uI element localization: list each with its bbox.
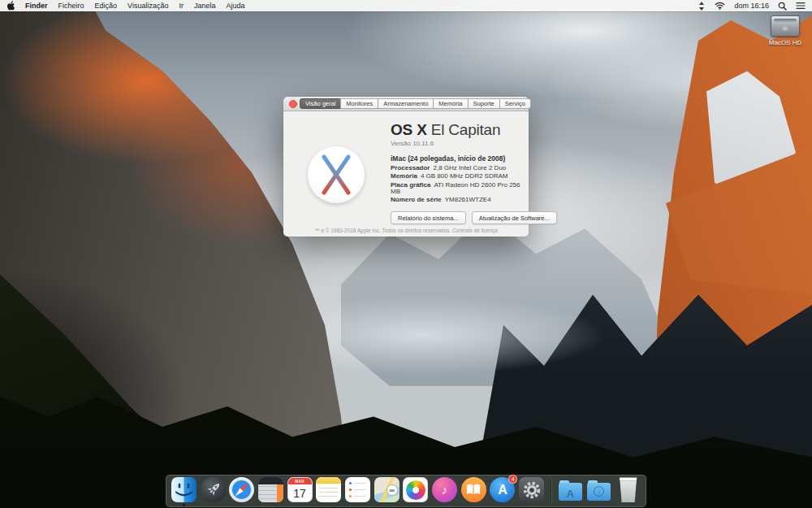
menu-app-name[interactable]: Finder [25, 2, 48, 10]
spec-serial: Número de sérieYM8261WTZE4 [391, 197, 520, 203]
dock-photos[interactable] [403, 475, 430, 507]
updown-arrows-icon[interactable] [698, 2, 706, 11]
notification-center-icon[interactable] [796, 2, 806, 10]
dock-maps[interactable]: 280 [374, 475, 400, 507]
reminders-icon [345, 477, 370, 502]
dock-safari[interactable] [228, 475, 255, 507]
menu-clock[interactable]: dom 16:16 [734, 2, 769, 10]
app-store-badge: 4 [508, 475, 517, 484]
menu-item-ir[interactable]: Ir [179, 2, 184, 10]
ibooks-icon [461, 477, 486, 502]
dock-finder[interactable] [171, 475, 197, 507]
notes-icon [316, 477, 341, 502]
menu-item-ajuda[interactable]: Ajuda [226, 2, 244, 10]
trash-icon [615, 477, 641, 502]
system-report-button[interactable]: Relatório do sistema... [391, 211, 466, 224]
calculator-icon [258, 477, 283, 502]
dock-system-preferences[interactable] [518, 475, 545, 507]
wallpaper [0, 0, 812, 508]
desktop-disk-icon[interactable]: MacOS HD [767, 15, 804, 46]
menu-item-edicao[interactable]: Edição [95, 2, 118, 10]
copyright-text: ™ e © 1983-2018 Apple Inc. Todos os dire… [314, 228, 451, 233]
menu-item-visualizacao[interactable]: Visualização [127, 2, 168, 10]
spec-processor: Processador2,8 GHz Intel Core 2 Duo [391, 165, 520, 172]
license-link[interactable]: Contrato de licença [452, 228, 498, 233]
tab-monitores[interactable]: Monitores [340, 98, 378, 109]
calendar-icon: MAR 17 [287, 477, 313, 502]
os-title-name: El Capitan [427, 121, 501, 138]
dock-app-store[interactable]: 4 A [490, 475, 516, 507]
music-note-glyph: ♪ [442, 483, 448, 497]
safari-icon [229, 477, 254, 502]
about-buttons: Relatório do sistema... Atualização de S… [391, 211, 520, 224]
dock-ibooks[interactable] [460, 475, 487, 507]
finder-icon [171, 477, 197, 502]
software-update-button[interactable]: Atualização de Software... [472, 211, 557, 224]
dock-divider [551, 478, 551, 504]
photos-icon [403, 477, 428, 502]
copyright-footer: ™ e © 1983-2018 Apple Inc. Todos os dire… [283, 228, 529, 233]
dock-notes[interactable] [315, 475, 342, 507]
spotlight-icon[interactable] [778, 2, 787, 11]
tab-suporte[interactable]: Suporte [468, 98, 500, 109]
menu-status-area: dom 16:16 [698, 2, 806, 11]
tab-visao-geral[interactable]: Visão geral [300, 98, 341, 109]
os-x-logo [308, 146, 365, 203]
tab-memoria[interactable]: Memória [433, 98, 468, 109]
os-title-osx: OS X [391, 121, 427, 138]
close-button[interactable] [289, 100, 297, 108]
spec-memory: Memória4 GB 800 MHz DDR2 SDRAM [391, 173, 520, 180]
itunes-icon: ♪ [432, 477, 457, 502]
dock-calculator[interactable] [257, 475, 284, 507]
menu-item-janela[interactable]: Janela [194, 2, 216, 10]
dock-applications-folder[interactable]: A [557, 475, 584, 507]
about-content: OS X El Capitan Versão 10.11.6 iMac (24 … [283, 111, 529, 237]
menu-bar: Finder Ficheiro Edição Visualização Ir J… [0, 0, 812, 11]
dock-trash[interactable] [615, 475, 641, 507]
dock-downloads-folder[interactable]: ↓ [586, 475, 613, 507]
os-title: OS X El Capitan [391, 121, 520, 139]
maps-route-badge: 280 [387, 484, 398, 496]
dock-itunes[interactable]: ♪ [431, 475, 458, 507]
dock: MAR 17 280 [166, 475, 646, 507]
calendar-day: 17 [288, 484, 312, 501]
wifi-icon[interactable] [715, 2, 725, 10]
about-this-mac-window: Visão geral Monitores Armazenamento Memó… [283, 97, 529, 237]
spec-graphics: Placa gráficaATI Radeon HD 2600 Pro 256 … [391, 182, 520, 195]
desktop: Finder Ficheiro Edição Visualização Ir J… [0, 0, 812, 508]
mac-model: iMac (24 polegadas, início de 2008) [391, 154, 520, 163]
about-tabs: Visão geral Monitores Armazenamento Memó… [300, 98, 531, 109]
dock-reminders[interactable] [344, 475, 371, 507]
disk-label[interactable]: MacOS HD [767, 39, 804, 46]
apple-menu-icon[interactable] [6, 1, 15, 11]
calendar-month: MAR [288, 478, 312, 484]
os-version: Versão 10.11.6 [391, 140, 520, 147]
dock-launchpad[interactable] [200, 475, 227, 507]
system-preferences-icon [519, 477, 544, 502]
downloads-folder-icon: ↓ [586, 477, 611, 502]
hard-drive-icon[interactable] [771, 15, 800, 37]
dock-calendar[interactable]: MAR 17 [287, 475, 313, 507]
about-text-column: OS X El Capitan Versão 10.11.6 iMac (24 … [391, 121, 520, 224]
tab-servico[interactable]: Serviço [499, 98, 531, 109]
tab-armazenamento[interactable]: Armazenamento [378, 98, 434, 109]
applications-folder-icon: A [558, 477, 583, 502]
maps-icon: 280 [374, 477, 400, 502]
launchpad-icon [201, 477, 226, 502]
menu-item-ficheiro[interactable]: Ficheiro [58, 2, 84, 10]
window-titlebar[interactable]: Visão geral Monitores Armazenamento Memó… [283, 97, 529, 111]
